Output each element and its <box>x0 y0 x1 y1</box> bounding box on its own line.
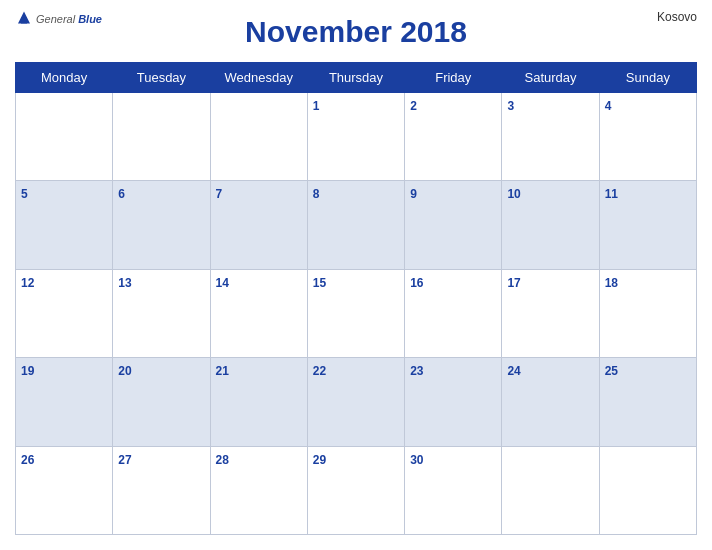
calendar-cell: 9 <box>405 181 502 269</box>
calendar-cell <box>210 93 307 181</box>
day-number: 11 <box>605 187 618 201</box>
day-number: 27 <box>118 453 131 467</box>
day-number: 19 <box>21 364 34 378</box>
calendar-cell: 18 <box>599 269 696 357</box>
day-number: 7 <box>216 187 223 201</box>
calendar-cell: 10 <box>502 181 599 269</box>
calendar-cell: 23 <box>405 358 502 446</box>
weekday-header-monday: Monday <box>16 63 113 93</box>
calendar-cell: 16 <box>405 269 502 357</box>
calendar-cell: 14 <box>210 269 307 357</box>
calendar-cell: 30 <box>405 446 502 534</box>
calendar-cell: 17 <box>502 269 599 357</box>
calendar-cell: 5 <box>16 181 113 269</box>
calendar-cell: 12 <box>16 269 113 357</box>
day-number: 2 <box>410 99 417 113</box>
calendar-wrapper: General Blue November 2018 Kosovo Monday… <box>0 0 712 550</box>
calendar-cell: 22 <box>307 358 404 446</box>
day-number: 29 <box>313 453 326 467</box>
day-number: 16 <box>410 276 423 290</box>
day-number: 3 <box>507 99 514 113</box>
day-number: 8 <box>313 187 320 201</box>
calendar-cell: 6 <box>113 181 210 269</box>
day-number: 14 <box>216 276 229 290</box>
day-number: 12 <box>21 276 34 290</box>
logo-area: General Blue <box>15 10 102 28</box>
calendar-cell: 8 <box>307 181 404 269</box>
day-number: 1 <box>313 99 320 113</box>
calendar-cell <box>16 93 113 181</box>
day-number: 15 <box>313 276 326 290</box>
calendar-cell: 25 <box>599 358 696 446</box>
calendar-cell: 26 <box>16 446 113 534</box>
day-number: 6 <box>118 187 125 201</box>
svg-rect-1 <box>21 18 27 24</box>
calendar-cell <box>113 93 210 181</box>
week-row-1: 1234 <box>16 93 697 181</box>
week-row-2: 567891011 <box>16 181 697 269</box>
logo-general-text: General <box>36 13 75 25</box>
day-number: 9 <box>410 187 417 201</box>
calendar-cell: 29 <box>307 446 404 534</box>
logo-blue-text: Blue <box>78 13 102 25</box>
calendar-cell: 7 <box>210 181 307 269</box>
calendar-table: MondayTuesdayWednesdayThursdayFridaySatu… <box>15 62 697 535</box>
calendar-cell: 24 <box>502 358 599 446</box>
calendar-title: November 2018 <box>245 15 467 49</box>
calendar-cell: 19 <box>16 358 113 446</box>
weekday-header-thursday: Thursday <box>307 63 404 93</box>
day-number: 17 <box>507 276 520 290</box>
weekday-header-sunday: Sunday <box>599 63 696 93</box>
calendar-header: General Blue November 2018 Kosovo <box>15 10 697 54</box>
day-number: 10 <box>507 187 520 201</box>
day-number: 26 <box>21 453 34 467</box>
calendar-cell: 3 <box>502 93 599 181</box>
calendar-cell: 11 <box>599 181 696 269</box>
calendar-cell <box>599 446 696 534</box>
day-number: 21 <box>216 364 229 378</box>
day-number: 18 <box>605 276 618 290</box>
calendar-body: 1234567891011121314151617181920212223242… <box>16 93 697 535</box>
calendar-cell: 2 <box>405 93 502 181</box>
day-number: 25 <box>605 364 618 378</box>
calendar-cell: 20 <box>113 358 210 446</box>
weekday-header-wednesday: Wednesday <box>210 63 307 93</box>
calendar-cell <box>502 446 599 534</box>
day-number: 20 <box>118 364 131 378</box>
day-number: 28 <box>216 453 229 467</box>
weekday-header-saturday: Saturday <box>502 63 599 93</box>
day-number: 23 <box>410 364 423 378</box>
week-row-5: 2627282930 <box>16 446 697 534</box>
calendar-cell: 21 <box>210 358 307 446</box>
day-number: 22 <box>313 364 326 378</box>
calendar-cell: 13 <box>113 269 210 357</box>
calendar-cell: 4 <box>599 93 696 181</box>
calendar-cell: 1 <box>307 93 404 181</box>
logo-icon <box>15 10 33 28</box>
day-number: 13 <box>118 276 131 290</box>
calendar-cell: 27 <box>113 446 210 534</box>
week-row-3: 12131415161718 <box>16 269 697 357</box>
day-number: 24 <box>507 364 520 378</box>
weekday-header-friday: Friday <box>405 63 502 93</box>
weekday-header-row: MondayTuesdayWednesdayThursdayFridaySatu… <box>16 63 697 93</box>
weekday-header-tuesday: Tuesday <box>113 63 210 93</box>
day-number: 4 <box>605 99 612 113</box>
day-number: 30 <box>410 453 423 467</box>
calendar-cell: 28 <box>210 446 307 534</box>
day-number: 5 <box>21 187 28 201</box>
country-label: Kosovo <box>657 10 697 24</box>
week-row-4: 19202122232425 <box>16 358 697 446</box>
calendar-cell: 15 <box>307 269 404 357</box>
